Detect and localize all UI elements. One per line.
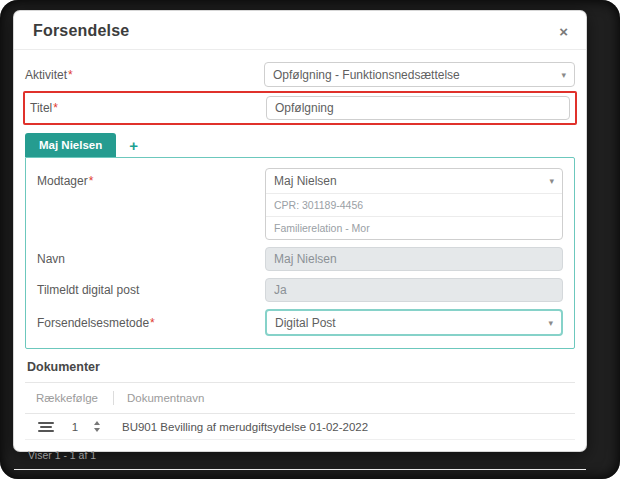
dialog-header: Forsendelse ×: [14, 11, 586, 50]
order-stepper[interactable]: [94, 421, 100, 432]
document-order-value: 1: [62, 421, 88, 433]
titel-row-validation-highlight: Titel*: [23, 91, 577, 125]
add-recipient-tab-button[interactable]: +: [116, 137, 151, 157]
aktivitet-select[interactable]: Opfølgning - Funktionsnedsættelse ▾: [264, 62, 575, 87]
stepper-up-icon[interactable]: [94, 421, 100, 425]
pager-status: Viser 1 - 1 af 1: [25, 440, 575, 461]
column-header-dokumentnavn: Dokumentnavn: [127, 392, 204, 404]
forsendelsesmetode-select[interactable]: Digital Post ▾: [265, 309, 563, 336]
forsendelsesmetode-label-text: Forsendelsesmetode: [37, 316, 149, 330]
column-divider: [113, 391, 114, 405]
aktivitet-label-text: Aktivitet: [25, 68, 67, 82]
chevron-down-icon: ▾: [549, 176, 554, 186]
documents-section-title: Dokumenter: [25, 358, 575, 383]
navn-input: [265, 247, 563, 271]
documents-section: Dokumenter Rækkefølge Dokumentnavn 1 BU9…: [25, 358, 575, 461]
tilmeldt-row: Tilmeldt digital post: [37, 278, 563, 302]
tilmeldt-field-wrap: [265, 278, 563, 302]
forsendelsesmetode-select-value: Digital Post: [275, 316, 336, 330]
required-marker: *: [89, 174, 94, 188]
required-marker: *: [150, 316, 155, 330]
navn-label: Navn: [37, 252, 265, 266]
recipient-tabs: Maj Nielsen +: [25, 132, 575, 157]
table-row: 1 BU901 Bevilling af merudgiftsydelse 01…: [25, 414, 575, 440]
modtager-cpr: CPR: 301189-4456: [266, 193, 562, 216]
modtager-label: Modtager*: [37, 168, 265, 188]
modtager-row: Modtager* Maj Nielsen ▾ CPR: 301189-4456…: [37, 168, 563, 240]
navn-field-wrap: [265, 247, 563, 271]
documents-table-header: Rækkefølge Dokumentnavn: [25, 383, 575, 414]
chevron-down-icon: ▾: [548, 318, 553, 328]
chevron-down-icon: ▾: [561, 70, 566, 80]
modtager-label-text: Modtager: [37, 174, 88, 188]
tab-recipient-maj-nielsen[interactable]: Maj Nielsen: [25, 133, 116, 157]
dialog-title: Forsendelse: [33, 22, 129, 40]
drag-handle-icon[interactable]: [38, 422, 54, 432]
forsendelsesmetode-label: Forsendelsesmetode*: [37, 316, 265, 330]
forsendelse-dialog: Forsendelse × Aktivitet* Opfølgning - Fu…: [14, 11, 586, 451]
aktivitet-select-value: Opfølgning - Funktionsnedsættelse: [273, 68, 460, 82]
tilmeldt-label: Tilmeldt digital post: [37, 283, 265, 297]
modtager-select-group: Maj Nielsen ▾ CPR: 301189-4456 Familiere…: [265, 168, 563, 240]
stepper-down-icon[interactable]: [94, 428, 100, 432]
dialog-body: Aktivitet* Opfølgning - Funktionsnedsætt…: [14, 50, 586, 461]
dialog-footer: Send Annullér: [14, 469, 586, 479]
aktivitet-row: Aktivitet* Opfølgning - Funktionsnedsætt…: [25, 62, 575, 87]
navn-row: Navn: [37, 247, 563, 271]
recipient-panel: Modtager* Maj Nielsen ▾ CPR: 301189-4456…: [25, 157, 575, 349]
titel-input[interactable]: [266, 96, 570, 120]
titel-label-text: Titel: [30, 101, 52, 115]
column-header-raekkefoelge: Rækkefølge: [25, 392, 113, 404]
modtager-select[interactable]: Maj Nielsen ▾: [266, 169, 562, 193]
tilmeldt-input: [265, 278, 563, 302]
close-icon[interactable]: ×: [559, 24, 568, 39]
titel-label: Titel*: [30, 101, 266, 115]
modtager-select-value: Maj Nielsen: [274, 174, 337, 188]
modtager-relation: Familierelation - Mor: [266, 216, 562, 239]
required-marker: *: [68, 68, 73, 82]
forsendelsesmetode-row: Forsendelsesmetode* Digital Post ▾: [37, 309, 563, 336]
document-name: BU901 Bevilling af merudgiftsydelse 01-0…: [122, 421, 368, 433]
aktivitet-label: Aktivitet*: [25, 68, 264, 82]
required-marker: *: [53, 101, 58, 115]
